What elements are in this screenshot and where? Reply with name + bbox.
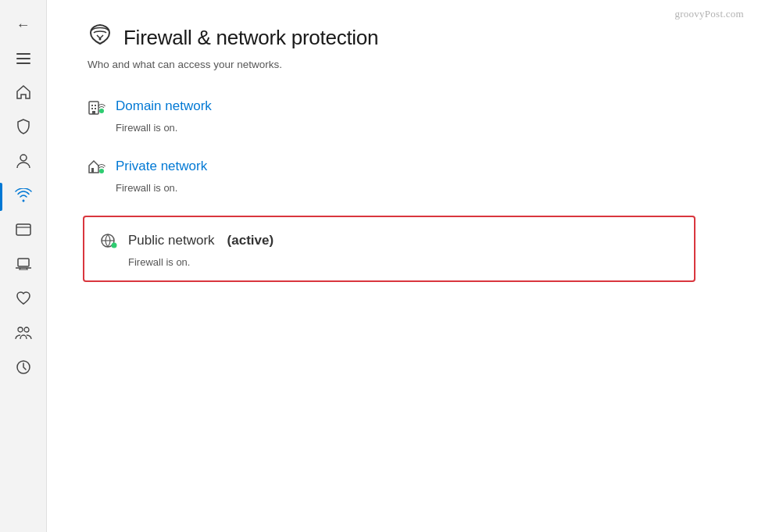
account-icon (16, 153, 30, 173)
network-icon (15, 188, 32, 206)
private-network-icon (86, 155, 108, 177)
menu-icon (16, 52, 30, 68)
public-network-active-badge: (active) (227, 233, 274, 248)
back-icon: ← (16, 17, 30, 34)
family-icon (15, 326, 32, 344)
domain-network-item: Domain network Firewall is on. (86, 95, 727, 134)
history-icon (16, 359, 31, 379)
sidebar-item-shield[interactable] (0, 111, 46, 145)
private-network-status: Firewall is on. (116, 182, 727, 194)
sidebar-item-family[interactable] (0, 317, 46, 352)
sidebar-item-browser[interactable] (0, 214, 46, 248)
public-network-status: Firewall is on. (128, 256, 680, 268)
svg-rect-4 (16, 224, 30, 235)
watermark: groovyPost.com (674, 8, 744, 20)
domain-network-status: Firewall is on. (116, 122, 727, 134)
sidebar-item-home[interactable] (0, 77, 46, 111)
shield-icon (16, 119, 30, 138)
sidebar-item-account[interactable] (0, 145, 46, 180)
svg-point-17 (99, 109, 104, 113)
svg-point-19 (99, 169, 104, 173)
svg-rect-12 (91, 105, 93, 106)
public-network-item[interactable]: Public network (active) Firewall is on. (83, 216, 695, 282)
svg-rect-1 (16, 58, 30, 59)
sidebar-item-history[interactable] (0, 352, 46, 386)
sidebar-item-menu[interactable] (0, 42, 46, 77)
svg-rect-15 (95, 108, 96, 109)
private-network-name: Private network (116, 159, 207, 174)
svg-rect-0 (16, 53, 30, 55)
domain-network-name: Domain network (116, 98, 212, 114)
page-header: Firewall & network protection (86, 23, 727, 52)
svg-rect-14 (91, 108, 93, 109)
sidebar: ← (0, 0, 47, 532)
public-network-link[interactable]: Public network (active) (98, 230, 680, 252)
svg-point-10 (99, 38, 102, 41)
private-network-item: Private network Firewall is on. (86, 155, 727, 194)
sidebar-item-back[interactable]: ← (0, 8, 46, 42)
sidebar-item-health[interactable] (0, 283, 46, 317)
sidebar-item-laptop[interactable] (0, 248, 46, 283)
public-network-name: Public network (128, 233, 215, 248)
home-icon (16, 84, 31, 104)
public-network-icon (98, 230, 120, 252)
svg-point-3 (20, 155, 27, 161)
laptop-icon (16, 257, 31, 275)
firewall-icon (86, 23, 114, 52)
page-subtitle: Who and what can access your networks. (88, 59, 727, 70)
svg-rect-18 (91, 168, 94, 173)
page-title: Firewall & network protection (123, 26, 378, 50)
svg-rect-6 (18, 259, 29, 266)
svg-point-8 (24, 327, 29, 332)
svg-point-7 (18, 327, 23, 332)
health-icon (16, 291, 31, 309)
sidebar-item-network[interactable] (0, 180, 46, 214)
svg-point-21 (112, 243, 117, 248)
browser-icon (16, 223, 31, 240)
svg-rect-13 (95, 105, 96, 106)
domain-network-icon (86, 95, 108, 117)
svg-rect-16 (92, 111, 95, 114)
domain-network-link[interactable]: Domain network (86, 95, 727, 117)
svg-rect-2 (16, 62, 30, 64)
main-content: groovyPost.com Firewall & network protec… (47, 0, 758, 532)
private-network-link[interactable]: Private network (86, 155, 727, 177)
